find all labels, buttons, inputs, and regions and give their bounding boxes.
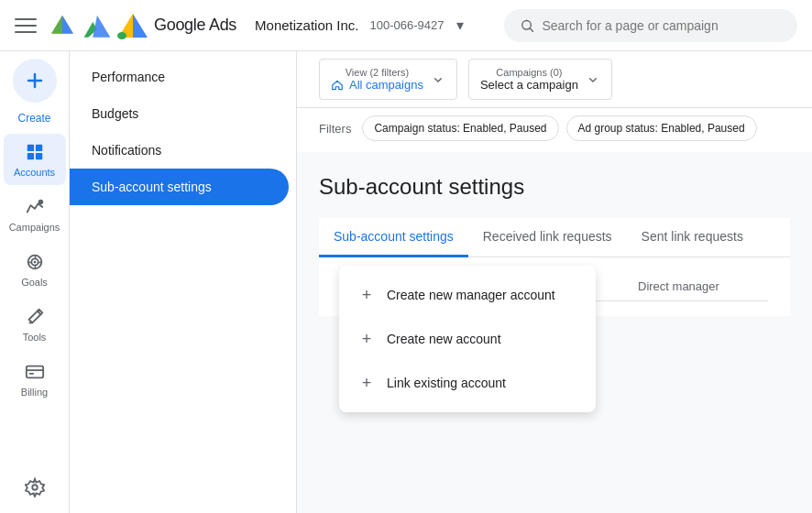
- app-header: Google Ads Monetization Inc. 100-066-942…: [0, 0, 812, 51]
- svg-rect-16: [26, 366, 42, 378]
- campaigns-dropdown[interactable]: Campaigns (0) Select a campaign: [468, 59, 612, 100]
- search-icon: [520, 17, 534, 34]
- sidebar-icons: Create Accounts Campaigns: [0, 51, 70, 513]
- svg-point-2: [117, 32, 126, 39]
- filters-text: Filters: [319, 122, 351, 136]
- filter-chip-adgroup-status[interactable]: Ad group status: Enabled, Paused: [566, 115, 757, 141]
- tools-label: Tools: [23, 332, 47, 343]
- sidebar-item-billing[interactable]: Billing: [4, 354, 66, 405]
- google-ads-logo-icon: [48, 11, 77, 40]
- svg-point-14: [33, 261, 36, 264]
- create-new-account-label: Create new account: [387, 332, 501, 346]
- nav-item-notifications[interactable]: Notifications: [70, 132, 289, 169]
- accounts-icon: [24, 141, 46, 163]
- tools-icon: [24, 306, 46, 328]
- sidebar-item-campaigns[interactable]: Campaigns: [4, 189, 66, 240]
- sidebar-item-accounts[interactable]: Accounts: [4, 134, 66, 185]
- accounts-label: Accounts: [14, 167, 55, 178]
- create-new-account-item[interactable]: + Create new account: [339, 317, 596, 361]
- create-manager-plus-icon: +: [357, 286, 376, 304]
- nav-panel: Performance Budgets Notifications Sub-ac…: [70, 51, 297, 513]
- svg-point-19: [32, 485, 38, 490]
- home-icon: [331, 79, 344, 92]
- menu-icon[interactable]: [15, 15, 37, 37]
- app-name: Google Ads: [154, 16, 236, 35]
- create-label: Create: [17, 112, 50, 125]
- tab-received-link-requests[interactable]: Received link requests: [468, 218, 627, 257]
- tab-sub-account-settings[interactable]: Sub-account settings: [319, 218, 468, 257]
- campaigns-label: Campaigns: [9, 222, 60, 233]
- svg-point-11: [38, 200, 42, 205]
- dropdown-arrow-icon: [431, 72, 445, 87]
- filter-chip-campaign-status[interactable]: Campaign status: Enabled, Paused: [362, 115, 558, 141]
- account-name: Monetization Inc.: [255, 17, 358, 33]
- ads-logo: [117, 12, 148, 39]
- campaigns-icon: [24, 196, 46, 218]
- sidebar-item-settings[interactable]: [4, 469, 66, 506]
- search-bar: [504, 9, 797, 42]
- link-account-plus-icon: +: [357, 374, 376, 392]
- google-ads-logo: Google Ads: [48, 11, 236, 40]
- campaigns-count-label: Campaigns (0): [480, 67, 578, 78]
- view-dropdown[interactable]: View (2 filters) All campaigns: [319, 59, 457, 100]
- filters-row: Filters Campaign status: Enabled, Paused…: [297, 108, 812, 152]
- goals-icon: [24, 251, 46, 273]
- nav-item-budgets[interactable]: Budgets: [70, 95, 289, 132]
- create-account-plus-icon: +: [357, 330, 376, 348]
- settings-icon: [24, 476, 46, 498]
- view-label: View (2 filters): [331, 67, 423, 78]
- account-dropdown-button[interactable]: ▾: [455, 15, 466, 36]
- link-existing-account-label: Link existing account: [387, 376, 506, 390]
- select-campaign-label: Select a campaign: [480, 78, 578, 92]
- page-title: Sub-account settings: [319, 174, 790, 200]
- goals-label: Goals: [21, 277, 48, 288]
- campaigns-dropdown-arrow-icon: [586, 72, 600, 87]
- link-existing-account-item[interactable]: + Link existing account: [339, 361, 596, 405]
- col-direct-manager: Direct manager: [638, 279, 768, 293]
- account-id: 100-066-9427: [369, 18, 444, 32]
- svg-rect-8: [35, 145, 41, 151]
- all-campaigns-label: All campaigns: [331, 78, 423, 92]
- create-button[interactable]: [13, 59, 57, 103]
- sidebar-item-goals[interactable]: Goals: [4, 244, 66, 295]
- sidebar-item-tools[interactable]: Tools: [4, 299, 66, 350]
- tab-sent-link-requests[interactable]: Sent link requests: [627, 218, 758, 257]
- action-dropdown-menu: + Create new manager account + Create ne…: [339, 266, 596, 412]
- create-icon: [24, 70, 46, 92]
- svg-rect-7: [27, 145, 33, 151]
- create-manager-account-item[interactable]: + Create new manager account: [339, 273, 596, 317]
- logo-svg: [82, 11, 112, 40]
- svg-line-4: [530, 28, 532, 31]
- filters-bar: View (2 filters) All campaigns Campaigns…: [297, 51, 812, 108]
- svg-rect-10: [35, 153, 41, 159]
- tabs: Sub-account settings Received link reque…: [319, 218, 790, 257]
- billing-label: Billing: [21, 387, 48, 398]
- nav-item-performance[interactable]: Performance: [70, 59, 289, 95]
- search-input[interactable]: [542, 18, 782, 33]
- nav-item-sub-account-settings[interactable]: Sub-account settings: [70, 169, 289, 205]
- billing-icon: [24, 361, 46, 383]
- create-manager-account-label: Create new manager account: [387, 288, 555, 302]
- svg-rect-9: [27, 153, 33, 159]
